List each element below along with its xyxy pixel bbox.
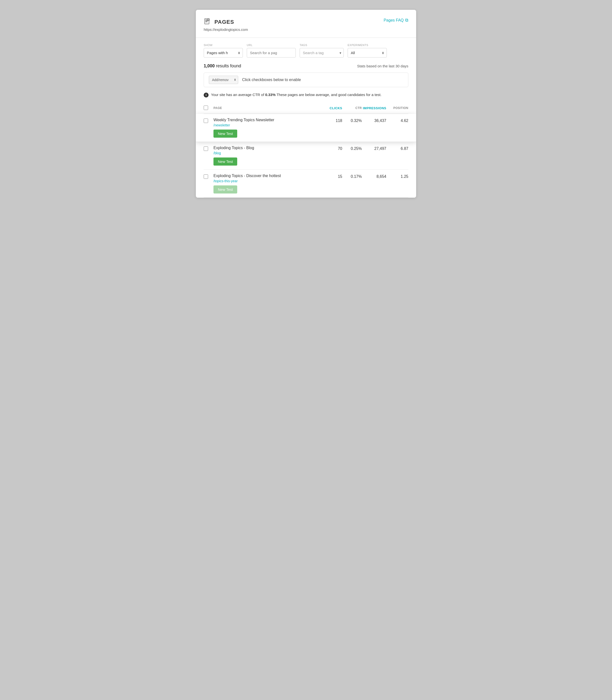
card-header: PAGES Pages FAQ ⧉ bbox=[204, 18, 408, 26]
tags-label: TAGS bbox=[300, 44, 344, 46]
add-remove-select[interactable]: Add/remov bbox=[209, 76, 238, 84]
ctr-notice-prefix: Your site has an average CTR of bbox=[211, 93, 265, 97]
row-clicks-1: 70 bbox=[323, 146, 342, 151]
row-url-1[interactable]: /blog bbox=[213, 151, 323, 155]
row-content-0: Weekly Trending Topics Newsletter /newsl… bbox=[213, 118, 323, 138]
row-checkbox-2[interactable] bbox=[204, 174, 213, 180]
ctr-notice-suffix: These pages are below average, and good … bbox=[276, 93, 381, 97]
svg-rect-3 bbox=[205, 22, 207, 22]
new-test-button-0[interactable]: New Test bbox=[213, 129, 237, 138]
results-count: 1,000 results found bbox=[204, 64, 241, 69]
table-header: PAGE CLICKS CTR IMPRESSIONS POSITION bbox=[204, 102, 408, 114]
faq-link[interactable]: Pages FAQ ⧉ bbox=[384, 18, 408, 23]
select-all-checkbox[interactable] bbox=[204, 106, 208, 110]
row-position-1: 6.87 bbox=[386, 146, 408, 151]
row-impressions-0: 36,437 bbox=[362, 118, 386, 123]
new-test-button-1[interactable]: New Test bbox=[213, 157, 237, 166]
row-impressions-2: 8,654 bbox=[362, 174, 386, 179]
th-impressions[interactable]: IMPRESSIONS bbox=[362, 106, 386, 110]
filters-row: SHOW Pages with h All Pages URL TAGS Sea… bbox=[204, 44, 408, 57]
show-label: SHOW bbox=[204, 44, 243, 46]
url-input[interactable] bbox=[247, 48, 296, 57]
th-ctr[interactable]: CTR bbox=[342, 106, 362, 110]
table-row: Exploding Topics - Blog /blog New Test 7… bbox=[204, 142, 408, 170]
stats-label: Stats based on the last 30 days bbox=[357, 64, 408, 68]
row-url-2[interactable]: /topics-this-year bbox=[213, 179, 323, 183]
ctr-notice-text: Your site has an average CTR of 0.33% Th… bbox=[211, 92, 381, 98]
tags-select-wrapper[interactable]: Search a tag bbox=[300, 48, 344, 57]
results-found-label: results found bbox=[216, 64, 241, 68]
results-number: 1,000 bbox=[204, 64, 215, 68]
checkbox-hint: Click checkboxes below to enable bbox=[242, 78, 301, 82]
show-select[interactable]: Pages with h All Pages bbox=[204, 48, 243, 57]
add-remove-select-wrapper[interactable]: Add/remov bbox=[209, 76, 238, 84]
url-filter: URL bbox=[247, 44, 296, 57]
table-body: Weekly Trending Topics Newsletter /newsl… bbox=[204, 114, 408, 198]
page-title: PAGES bbox=[214, 19, 234, 25]
row-ctr-2: 0.17% bbox=[342, 174, 362, 179]
info-icon-label: i bbox=[206, 93, 206, 97]
row-title-0: Weekly Trending Topics Newsletter bbox=[213, 118, 323, 122]
header-left: PAGES bbox=[204, 18, 234, 26]
ctr-value: 0.33% bbox=[265, 93, 276, 97]
page-icon bbox=[204, 18, 211, 26]
row-title-1: Exploding Topics - Blog bbox=[213, 146, 323, 150]
url-label: URL bbox=[247, 44, 296, 46]
experiments-filter: EXPERIMENTS All Active Inactive bbox=[348, 44, 387, 57]
svg-rect-1 bbox=[205, 19, 208, 20]
info-icon: i bbox=[204, 93, 209, 97]
faq-label: Pages FAQ bbox=[384, 18, 404, 23]
row-content-2: Exploding Topics - Discover the hottest … bbox=[213, 174, 323, 193]
th-page: PAGE bbox=[213, 106, 323, 110]
th-clicks[interactable]: CLICKS bbox=[323, 106, 342, 110]
results-row: 1,000 results found Stats based on the l… bbox=[204, 64, 408, 69]
th-position[interactable]: POSITION bbox=[386, 106, 408, 110]
row-checkbox-1[interactable] bbox=[204, 146, 213, 152]
table-row: Weekly Trending Topics Newsletter /newsl… bbox=[196, 114, 416, 142]
external-link-icon: ⧉ bbox=[405, 18, 408, 23]
experiments-select[interactable]: All Active Inactive bbox=[348, 48, 387, 57]
row-content-1: Exploding Topics - Blog /blog New Test bbox=[213, 146, 323, 166]
site-url: https://explodingtopics.com bbox=[204, 27, 408, 31]
row-url-0[interactable]: /newsletter bbox=[213, 123, 323, 127]
table-row: Exploding Topics - Discover the hottest … bbox=[204, 170, 408, 198]
show-filter: SHOW Pages with h All Pages bbox=[204, 44, 243, 57]
experiments-select-wrapper[interactable]: All Active Inactive bbox=[348, 48, 387, 57]
row-position-2: 1.25 bbox=[386, 174, 408, 179]
experiments-label: EXPERIMENTS bbox=[348, 44, 387, 46]
row-clicks-2: 15 bbox=[323, 174, 342, 179]
svg-rect-0 bbox=[205, 18, 209, 24]
row-impressions-1: 27,497 bbox=[362, 146, 386, 151]
row-checkbox-0[interactable] bbox=[204, 118, 213, 124]
tags-select[interactable]: Search a tag bbox=[300, 48, 344, 57]
row-checkbox-input-0[interactable] bbox=[204, 119, 208, 123]
row-checkbox-input-2[interactable] bbox=[204, 174, 208, 179]
add-remove-bar: Add/remov Click checkboxes below to enab… bbox=[204, 72, 408, 87]
show-select-wrapper[interactable]: Pages with h All Pages bbox=[204, 48, 243, 57]
row-clicks-0: 118 bbox=[323, 118, 342, 123]
ctr-notice: i Your site has an average CTR of 0.33% … bbox=[204, 92, 408, 98]
svg-rect-2 bbox=[205, 20, 208, 21]
new-test-button-2[interactable]: New Test bbox=[213, 186, 237, 193]
tags-filter: TAGS Search a tag bbox=[300, 44, 344, 57]
th-checkbox[interactable] bbox=[204, 106, 213, 111]
row-position-0: 4.62 bbox=[386, 118, 408, 123]
pages-card: PAGES Pages FAQ ⧉ https://explodingtopic… bbox=[196, 10, 416, 198]
row-ctr-0: 0.32% bbox=[342, 118, 362, 123]
row-ctr-1: 0.25% bbox=[342, 146, 362, 151]
row-title-2: Exploding Topics - Discover the hottest bbox=[213, 174, 323, 178]
row-checkbox-input-1[interactable] bbox=[204, 147, 208, 151]
